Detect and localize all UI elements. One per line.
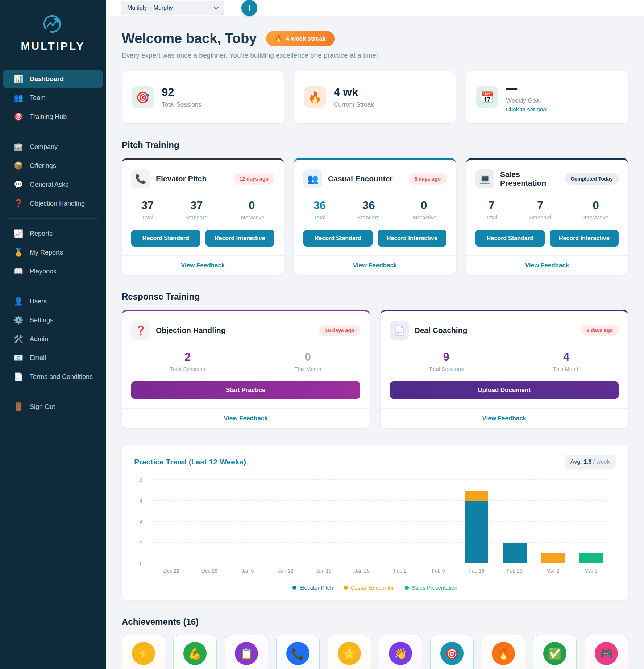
record-interactive-button[interactable]: Record Interactive bbox=[205, 230, 275, 247]
stat-interactive: 0 Interactive bbox=[411, 199, 436, 220]
package-icon: 📦 bbox=[14, 161, 23, 170]
flame-icon: 🔥 bbox=[275, 35, 282, 42]
y-axis-tick: 8 bbox=[140, 477, 142, 483]
sidebar-item-general-asks[interactable]: 💬 General Asks bbox=[3, 175, 103, 194]
team-selector-dropdown[interactable]: Multiply + Murphy bbox=[121, 1, 224, 15]
achievement-elevator-expert: 📞 Elevator Expert 10 Elevator Pitch asse… bbox=[276, 635, 320, 669]
set-goal-link[interactable]: Click to set goal bbox=[506, 106, 548, 112]
divider bbox=[8, 392, 98, 392]
record-standard-button[interactable]: Record Standard bbox=[131, 230, 200, 247]
sidebar-item-playbook[interactable]: 📖 Playbook bbox=[3, 262, 103, 280]
divider bbox=[8, 286, 98, 286]
sidebar-item-settings[interactable]: ⚙️ Settings bbox=[3, 311, 103, 329]
weekly-goal-value: — bbox=[506, 82, 548, 95]
achievement-first-steps: 🎯 First Steps Complete your first practi… bbox=[430, 635, 474, 669]
last-activity-badge: 16 days ago bbox=[319, 325, 360, 336]
bar-column bbox=[152, 480, 190, 563]
stat-value: 9 bbox=[429, 351, 464, 364]
legend-item: Elevator Pitch bbox=[292, 585, 333, 591]
clipboard-icon: 📋 bbox=[235, 642, 258, 665]
view-feedback-link[interactable]: View Feedback bbox=[181, 262, 225, 269]
avg-per-week-badge: Avg: 1.9 / week bbox=[565, 455, 616, 469]
gear-icon: ⚙️ bbox=[14, 316, 23, 325]
view-feedback-link[interactable]: View Feedback bbox=[482, 415, 526, 422]
card-title: Sales Presentation bbox=[500, 170, 559, 187]
record-interactive-button[interactable]: Record Interactive bbox=[378, 230, 447, 247]
legend-dot-icon bbox=[344, 586, 348, 590]
sidebar-item-email[interactable]: 📧 Email bbox=[3, 349, 103, 367]
bar-segment-elevator-pitch bbox=[465, 501, 488, 564]
bar-column bbox=[267, 480, 305, 563]
stat-label: Interactive bbox=[583, 214, 608, 220]
sidebar-item-terms-and-conditions[interactable]: 📄 Terms and Conditions bbox=[3, 368, 103, 386]
divider bbox=[8, 218, 98, 219]
muscle-icon: 💪 bbox=[183, 642, 207, 665]
avg-suffix: / week bbox=[593, 459, 610, 465]
sidebar-item-company[interactable]: 🏢 Company bbox=[3, 138, 103, 156]
document-icon: 📄 bbox=[14, 372, 23, 381]
achievement-excellence-seeker: 🌟 Excellence Seeker Get 5 Green grades bbox=[328, 635, 371, 669]
sidebar-item-label: My Reports bbox=[30, 249, 63, 256]
x-axis-label: Feb 23 bbox=[495, 568, 533, 574]
bar-chart-plot: 02468 bbox=[152, 480, 610, 563]
email-icon: 📧 bbox=[14, 354, 23, 362]
sidebar-item-dashboard[interactable]: 📊 Dashboard bbox=[3, 70, 103, 88]
stat-value: 0 bbox=[239, 199, 264, 212]
sidebar-item-label: Team bbox=[30, 94, 46, 102]
stat-value: 7 bbox=[486, 199, 497, 212]
legend-item: Casual Encounter bbox=[344, 585, 394, 591]
record-standard-button[interactable]: Record Standard bbox=[475, 230, 545, 247]
sidebar-item-offerings[interactable]: 📦 Offerings bbox=[3, 157, 103, 175]
medal-icon: 🏅 bbox=[14, 248, 23, 257]
response-cards-row: ❓ Objection Handling 16 days ago 2 Total… bbox=[122, 310, 628, 428]
chart-legend: Elevator PitchCasual EncounterSales Pres… bbox=[134, 585, 616, 591]
stat-value: 0 bbox=[294, 351, 321, 364]
stat-label: Total Sessions bbox=[429, 366, 464, 372]
lightning-icon: ⚡ bbox=[132, 642, 155, 665]
speech-bubble-icon: 💬 bbox=[14, 180, 23, 189]
sidebar-item-users[interactable]: 👤 Users bbox=[3, 292, 103, 310]
sidebar-item-training-hub[interactable]: 🎯 Training Hub bbox=[3, 108, 103, 126]
legend-label: Elevator Pitch bbox=[299, 585, 333, 591]
x-axis-labels: Dec 22Dec 29Jan 5Jan 12Jan 19Jan 26Feb 2… bbox=[152, 568, 610, 574]
start-practice-button[interactable]: Start Practice bbox=[131, 381, 360, 399]
calendar-icon: 📅 bbox=[476, 86, 498, 108]
bar-segment-casual-encounter bbox=[541, 553, 565, 563]
logo: MULTIPLY bbox=[0, 0, 106, 61]
sidebar-item-objection-handling[interactable]: ❓ Objection Handling bbox=[3, 194, 103, 212]
achievement-getting-started: 🔥 Getting Started 2 week streak bbox=[482, 635, 525, 669]
record-standard-button[interactable]: Record Standard bbox=[303, 230, 373, 247]
last-activity-badge: 12 days ago bbox=[234, 173, 274, 185]
bar-column bbox=[343, 480, 381, 563]
stat-standard: 36 Standard bbox=[358, 199, 380, 220]
bar-column bbox=[305, 480, 343, 563]
record-interactive-button[interactable]: Record Interactive bbox=[550, 230, 619, 247]
add-button[interactable]: + bbox=[241, 0, 257, 16]
view-feedback-link[interactable]: View Feedback bbox=[224, 415, 268, 422]
target-icon: 🎯 bbox=[14, 112, 23, 121]
sidebar-item-label: General Asks bbox=[30, 181, 68, 189]
content-column: Multiply + Murphy + Welcome back, Toby 🔥… bbox=[106, 0, 644, 669]
sidebar-item-label: Objection Handling bbox=[30, 200, 85, 207]
x-axis-label: Jan 19 bbox=[305, 568, 343, 574]
sidebar-item-team[interactable]: 👥 Team bbox=[3, 89, 103, 107]
stat-this-month: 4 This Month bbox=[553, 351, 580, 372]
upload-document-button[interactable]: Upload Document bbox=[390, 381, 619, 399]
y-axis-tick: 4 bbox=[140, 519, 142, 524]
view-feedback-link[interactable]: View Feedback bbox=[353, 262, 397, 269]
stat-interactive: 0 Interactive bbox=[583, 199, 608, 220]
game-controller-icon: 🎮 bbox=[595, 642, 618, 665]
stat-label: Total bbox=[486, 214, 497, 220]
sidebar-item-my-reports[interactable]: 🏅 My Reports bbox=[3, 243, 103, 261]
team-icon: 👥 bbox=[14, 94, 23, 102]
sidebar-item-admin[interactable]: 🛠️ Admin bbox=[3, 330, 103, 348]
sidebar-item-label: Settings bbox=[30, 317, 53, 324]
user-icon: 👤 bbox=[14, 297, 23, 306]
achievement-interactive-master: 🎮 Interactive Master 10 Interactive mode… bbox=[585, 635, 628, 669]
sidebar-item-reports[interactable]: 📈 Reports bbox=[3, 224, 103, 243]
phone-icon: 📞 bbox=[131, 169, 150, 188]
bar-segment-casual-encounter bbox=[465, 491, 488, 501]
sidebar-item-sign-out[interactable]: 🚪 Sign Out bbox=[3, 398, 103, 416]
laptop-icon: 💻 bbox=[475, 169, 494, 188]
view-feedback-link[interactable]: View Feedback bbox=[525, 262, 569, 269]
